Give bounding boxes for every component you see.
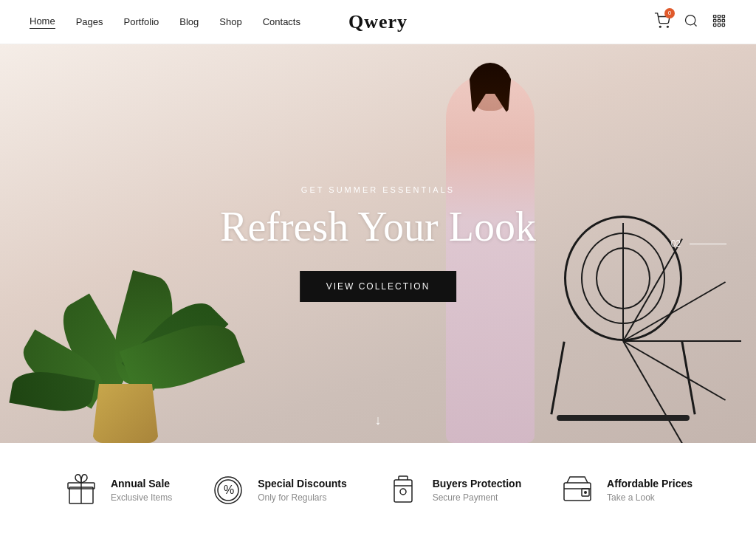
site-logo[interactable]: Qwery: [348, 11, 408, 33]
header-icons: 0: [654, 13, 726, 32]
slide-number: 02: [671, 238, 681, 249]
cart-badge: 0: [664, 8, 675, 18]
header: Home Pages Portfolio Blog Shop Contacts …: [0, 0, 756, 44]
svg-point-2: [686, 15, 695, 24]
nav-blog[interactable]: Blog: [179, 16, 199, 27]
hero-title: Refresh Your Look: [220, 203, 536, 250]
feature-affordable-prices-desc: Take a Look: [607, 492, 693, 503]
svg-rect-4: [714, 15, 716, 17]
feature-affordable-prices-title: Affordable Prices: [607, 478, 693, 489]
svg-rect-6: [722, 15, 724, 17]
nav-portfolio[interactable]: Portfolio: [124, 16, 159, 27]
svg-point-1: [667, 26, 668, 27]
plant-decoration: [44, 133, 207, 443]
hero-subtitle: GET SUMMER ESSENTIALS: [220, 185, 536, 194]
cart-button[interactable]: 0: [654, 13, 670, 32]
slide-indicator: 02: [671, 238, 726, 249]
search-button[interactable]: [684, 13, 698, 31]
svg-rect-8: [718, 19, 720, 21]
view-collection-button[interactable]: View Collection: [300, 271, 457, 302]
feature-special-discounts-desc: Only for Regulars: [258, 492, 347, 503]
feature-annual-sale: Annual Sale Exclusive Items: [63, 472, 172, 508]
svg-point-0: [659, 26, 661, 27]
feature-annual-sale-desc: Exclusive Items: [111, 492, 172, 503]
feature-special-discounts-title: Special Discounts: [258, 478, 347, 489]
hero-content: GET SUMMER ESSENTIALS Refresh Your Look …: [220, 185, 536, 302]
svg-point-20: [400, 489, 406, 495]
nav-shop[interactable]: Shop: [219, 16, 241, 27]
svg-rect-19: [394, 480, 412, 502]
feature-annual-sale-text: Annual Sale Exclusive Items: [111, 478, 172, 503]
svg-point-23: [584, 491, 587, 494]
main-nav: Home Pages Portfolio Blog Shop Contacts: [30, 16, 300, 29]
svg-rect-12: [722, 24, 724, 26]
svg-line-3: [694, 23, 697, 26]
nav-home[interactable]: Home: [30, 16, 55, 29]
svg-rect-5: [718, 15, 720, 17]
svg-rect-9: [722, 19, 724, 21]
feature-annual-sale-title: Annual Sale: [111, 478, 172, 489]
feature-special-discounts: % Special Discounts Only for Regulars: [210, 472, 347, 508]
shield-icon: [385, 472, 421, 508]
slide-line: [690, 244, 726, 244]
svg-rect-7: [714, 19, 716, 21]
feature-special-discounts-text: Special Discounts Only for Regulars: [258, 478, 347, 503]
nav-pages[interactable]: Pages: [76, 16, 103, 27]
feature-buyers-protection: Buyers Protection Secure Payment: [385, 472, 522, 508]
discount-icon: %: [210, 472, 246, 508]
svg-rect-10: [714, 24, 716, 26]
svg-text:%: %: [224, 484, 234, 496]
feature-affordable-prices: Affordable Prices Take a Look: [560, 472, 693, 508]
feature-buyers-protection-desc: Secure Payment: [433, 492, 522, 503]
nav-contacts[interactable]: Contacts: [263, 16, 300, 27]
features-section: Annual Sale Exclusive Items % Special Di…: [0, 443, 756, 537]
svg-rect-11: [718, 24, 720, 26]
gift-icon: [63, 472, 99, 508]
feature-buyers-protection-text: Buyers Protection Secure Payment: [433, 478, 522, 503]
grid-menu-button[interactable]: [712, 13, 726, 31]
feature-buyers-protection-title: Buyers Protection: [433, 478, 522, 489]
hero-section: GET SUMMER ESSENTIALS Refresh Your Look …: [0, 44, 756, 443]
scroll-down-arrow[interactable]: ↓: [375, 413, 382, 428]
wallet-icon: [560, 472, 595, 508]
feature-affordable-prices-text: Affordable Prices Take a Look: [607, 478, 693, 503]
